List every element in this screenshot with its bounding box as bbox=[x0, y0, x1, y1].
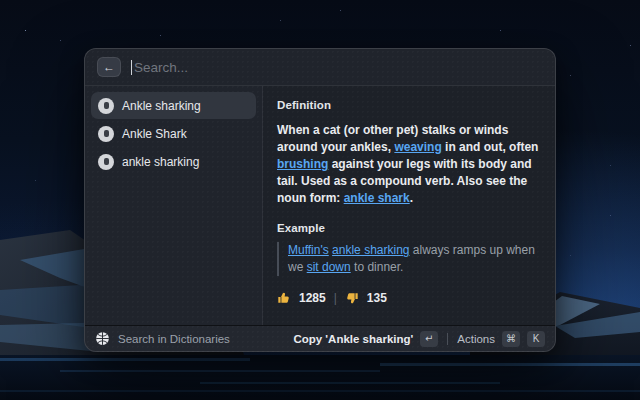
footer-bar: Search in Dictionaries Copy 'Ankle shark… bbox=[85, 325, 555, 351]
inline-link[interactable]: brushing bbox=[277, 157, 328, 171]
definition-heading: Definition bbox=[277, 99, 541, 111]
definition-text: When a cat (or other pet) stalks or wind… bbox=[277, 122, 541, 207]
vote-separator: | bbox=[334, 291, 337, 305]
result-row-ankle-sharking-lower[interactable]: ankle sharking bbox=[91, 148, 256, 175]
footer-divider bbox=[447, 333, 448, 345]
result-icon bbox=[98, 126, 114, 142]
downvote-count: 135 bbox=[367, 291, 387, 305]
inline-link[interactable]: ankle shark bbox=[344, 191, 410, 205]
example-quote: Muffin's ankle sharking always ramps up … bbox=[277, 242, 541, 276]
result-label: Ankle Shark bbox=[122, 127, 187, 141]
search-input[interactable]: Search... bbox=[131, 60, 543, 75]
result-label: ankle sharking bbox=[122, 155, 199, 169]
stars-decoration bbox=[25, 30, 26, 31]
search-in-dictionaries-label: Search in Dictionaries bbox=[118, 333, 230, 345]
result-row-ankle-shark[interactable]: Ankle Shark bbox=[91, 120, 256, 147]
inline-text: to dinner. bbox=[351, 260, 404, 274]
result-row-ankle-sharking[interactable]: Ankle sharking bbox=[91, 92, 256, 119]
upvote-count: 1285 bbox=[299, 291, 326, 305]
thumbs-down-icon bbox=[345, 291, 359, 305]
arrow-left-icon: ← bbox=[103, 60, 115, 74]
copy-action-label[interactable]: Copy 'Ankle sharking' bbox=[293, 333, 413, 345]
inline-link[interactable]: sit down bbox=[307, 260, 351, 274]
votes-row: 1285 | 135 bbox=[277, 291, 541, 305]
back-button[interactable]: ← bbox=[97, 57, 121, 77]
inline-text: in and out, often bbox=[442, 140, 539, 154]
search-bar: ← Search... bbox=[85, 49, 555, 86]
inline-link[interactable]: Muffin's bbox=[288, 243, 329, 257]
thumbs-up-icon bbox=[277, 291, 291, 305]
k-keycap: K bbox=[527, 331, 545, 347]
desktop-wallpaper: ← Search... Ankle sharking Ankle Shark bbox=[0, 0, 640, 400]
dictionary-search-window: ← Search... Ankle sharking Ankle Shark bbox=[84, 48, 556, 352]
result-icon bbox=[98, 98, 114, 114]
globe-icon bbox=[95, 331, 110, 346]
search-placeholder: Search... bbox=[134, 60, 188, 75]
cmd-keycap: ⌘ bbox=[502, 331, 520, 347]
inline-link[interactable]: weaving bbox=[394, 140, 441, 154]
enter-keycap: ↵ bbox=[420, 331, 438, 347]
actions-label[interactable]: Actions bbox=[457, 333, 495, 345]
detail-panel: Definition When a cat (or other pet) sta… bbox=[263, 86, 555, 325]
text-caret bbox=[131, 60, 132, 75]
inline-link[interactable]: ankle sharking bbox=[332, 243, 409, 257]
result-label: Ankle sharking bbox=[122, 99, 201, 113]
result-icon bbox=[98, 154, 114, 170]
inline-text: . bbox=[410, 191, 413, 205]
results-list: Ankle sharking Ankle Shark ankle sharkin… bbox=[85, 86, 263, 325]
example-heading: Example bbox=[277, 222, 541, 234]
